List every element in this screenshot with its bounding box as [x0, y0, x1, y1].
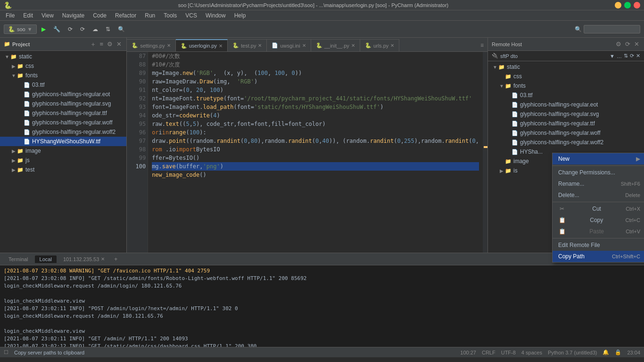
connection-dropdown-icon[interactable]: ▼	[610, 53, 615, 59]
terminal-add-button[interactable]: +	[111, 255, 120, 263]
connection-close-icon[interactable]: ✕	[636, 53, 640, 59]
remote-tree-glyph-eot[interactable]: 📄 glyphicons-halflings-regular.eot	[488, 100, 644, 109]
tab-init[interactable]: 🐍 __init__.py ✕	[311, 39, 360, 51]
remote-settings-icon[interactable]: ⚙	[615, 41, 622, 48]
ctx-copy[interactable]: 📋 Copy Ctrl+C	[553, 214, 644, 226]
close-button[interactable]	[634, 2, 640, 8]
toolbar-btn6[interactable]: 🔍	[115, 25, 128, 34]
close-panel-button[interactable]: ✕	[116, 41, 123, 48]
cursor-position[interactable]: 100:27	[460, 350, 476, 355]
remote-tree-glyph-svg[interactable]: 📄 glyphicons-halflings-regular.svg	[488, 109, 644, 119]
ctx-rename[interactable]: Rename... Shift+F6	[553, 178, 644, 189]
terminal-content[interactable]: [2021-08-07 23:02:08 WARNING] "GET /favi…	[0, 265, 644, 347]
language-setting[interactable]: Python 3.7 (untitled3)	[548, 350, 597, 355]
code-line: nt_color = (0, 20, 100)	[152, 86, 479, 94]
terminal-tab-terminal[interactable]: Terminal	[4, 255, 33, 263]
connection-more-icon[interactable]: …	[617, 53, 622, 59]
remote-header-title: Remote Host	[492, 41, 522, 47]
remote-tree-glyph-ttf[interactable]: 📄 glyphicons-halflings-regular.ttf	[488, 119, 644, 128]
code-line: #00#/次数	[152, 52, 479, 60]
tree-item-test[interactable]: ▶ 📁 test	[0, 165, 126, 174]
menu-navigate[interactable]: Navigate	[58, 11, 88, 20]
ctx-shortcut-label: Ctrl+C	[626, 217, 640, 223]
tab-uwsgi[interactable]: 📄 uwsgi.ini ✕	[267, 39, 311, 51]
tab-close-settings[interactable]: ✕	[167, 43, 171, 48]
remote-tree-glyph-woff[interactable]: 📄 glyphicons-halflings-regular.woff	[488, 128, 644, 138]
tree-item-fonts[interactable]: ▼ 📁 fonts	[0, 71, 126, 80]
remote-tree-fonts[interactable]: ▼ 📁 fonts	[488, 81, 644, 90]
remote-refresh-icon[interactable]: ⟳	[624, 41, 631, 48]
menu-refactor[interactable]: Refactor	[111, 11, 140, 20]
arrow-icon	[505, 131, 512, 136]
menu-run[interactable]: Run	[141, 11, 159, 20]
tree-item-glyph-svg[interactable]: 📄 glyphicons-halflings-regular.svg	[0, 99, 126, 108]
tab-close-terminal[interactable]: ✕	[101, 256, 105, 262]
ctx-new[interactable]: New ▶	[553, 153, 644, 165]
tree-item-css[interactable]: ▶ 📁 css	[0, 61, 126, 71]
menu-edit[interactable]: Edit	[19, 11, 37, 20]
line-num: 88	[129, 60, 146, 69]
line-num: 87	[129, 52, 146, 60]
tree-item-glyph-woff2[interactable]: 📄 glyphicons-halflings-regular.woff2	[0, 127, 126, 137]
code-content[interactable]: #00#/次数 #10#/次度 mg = Image.new('RGB', (x…	[148, 52, 483, 253]
tab-close-urls[interactable]: ✕	[390, 43, 394, 48]
tab-close-uwsgi[interactable]: ✕	[302, 43, 306, 48]
menu-view[interactable]: View	[38, 11, 58, 20]
ctx-separator	[553, 238, 644, 239]
menu-file[interactable]: File	[2, 11, 18, 20]
run-button[interactable]: ▶	[39, 25, 49, 34]
search-input[interactable]	[584, 25, 640, 33]
connection-settings-icon[interactable]: ⇅	[624, 53, 628, 59]
minimize-button[interactable]	[615, 2, 621, 8]
remote-tree-03ttf[interactable]: 📄 03.ttf	[488, 90, 644, 100]
settings-icon[interactable]: ⚙	[106, 41, 114, 48]
ctx-separator	[553, 165, 644, 166]
tabs-more-button[interactable]: ≡	[477, 39, 487, 51]
tree-item-image[interactable]: ▶ 📁 image	[0, 146, 126, 156]
toolbar-btn1[interactable]: 🔧	[50, 25, 63, 34]
tree-item-hyshang[interactable]: 📄 HYShangWeiShouShuW.ttf	[0, 137, 126, 146]
menu-help[interactable]: Help	[231, 11, 250, 20]
tab-urls[interactable]: 🐍 urls.py ✕	[360, 39, 399, 51]
ctx-change-permissions[interactable]: Change Permissions...	[553, 167, 644, 178]
tree-item-glyph-ttf[interactable]: 📄 glyphicons-halflings-regular.ttf	[0, 108, 126, 118]
connection-reload-icon[interactable]: ⟳	[630, 53, 634, 59]
encoding[interactable]: UTF-8	[501, 350, 516, 355]
menu-code[interactable]: Code	[89, 11, 110, 20]
tree-item-03ttf[interactable]: 📄 03.ttf	[0, 80, 126, 90]
ctx-cut[interactable]: ✂ Cut Ctrl+X	[553, 203, 644, 214]
tree-item-glyph-woff[interactable]: 📄 glyphicons-halflings-regular.woff	[0, 118, 126, 127]
menu-window[interactable]: Window	[202, 11, 230, 20]
menu-vcs[interactable]: VCS	[182, 11, 201, 20]
tab-close-init[interactable]: ✕	[351, 43, 355, 48]
tree-item-glyph-eot[interactable]: 📄 glyphicons-halflings-regular.eot	[0, 90, 126, 99]
indent-setting[interactable]: 4 spaces	[521, 350, 542, 355]
remote-close-button[interactable]: ✕	[633, 41, 640, 48]
menu-tools[interactable]: Tools	[160, 11, 181, 20]
toolbar-btn5[interactable]: ⇅	[103, 25, 113, 34]
maximize-button[interactable]	[624, 2, 631, 8]
tab-test[interactable]: 🐍 test.py ✕	[228, 39, 267, 51]
tab-close-test[interactable]: ✕	[258, 43, 262, 48]
tab-close-userlogin[interactable]: ✕	[219, 43, 223, 49]
ctx-edit-remote[interactable]: Edit Remote File	[553, 239, 644, 251]
line-ending[interactable]: CRLF	[482, 350, 495, 355]
tree-item-static[interactable]: ▼ 📁 static	[0, 52, 126, 61]
tab-settings[interactable]: 🐍 settings.py ✕	[127, 39, 176, 51]
ctx-delete[interactable]: Delete... Delete	[553, 189, 644, 201]
remote-tree-glyph-woff2[interactable]: 📄 glyphicons-halflings-regular.woff2	[488, 138, 644, 147]
remote-tree-css[interactable]: 📁 css	[488, 72, 644, 81]
tree-item-js[interactable]: ▶ 📁 js	[0, 156, 126, 165]
arrow-icon	[17, 92, 24, 97]
toolbar-btn3[interactable]: ⟳	[77, 25, 88, 34]
collapse-button[interactable]: ≡	[99, 41, 105, 48]
arrow-icon: ▼	[498, 83, 505, 89]
remote-tree-static[interactable]: ▼ 📁 static	[488, 62, 644, 72]
add-module-button[interactable]: ＋	[89, 40, 97, 49]
tab-userlogin[interactable]: 🐍 userlogin.py ✕	[176, 39, 228, 51]
terminal-tab-remote[interactable]: 101.132.235.53 ✕	[58, 255, 109, 263]
toolbar-btn4[interactable]: ☁	[90, 25, 101, 34]
toolbar-btn2[interactable]: ⟳	[65, 25, 75, 34]
ctx-copy-path[interactable]: Copy Path Ctrl+Shift+C	[553, 251, 644, 262]
terminal-tab-local[interactable]: Local	[35, 255, 57, 263]
